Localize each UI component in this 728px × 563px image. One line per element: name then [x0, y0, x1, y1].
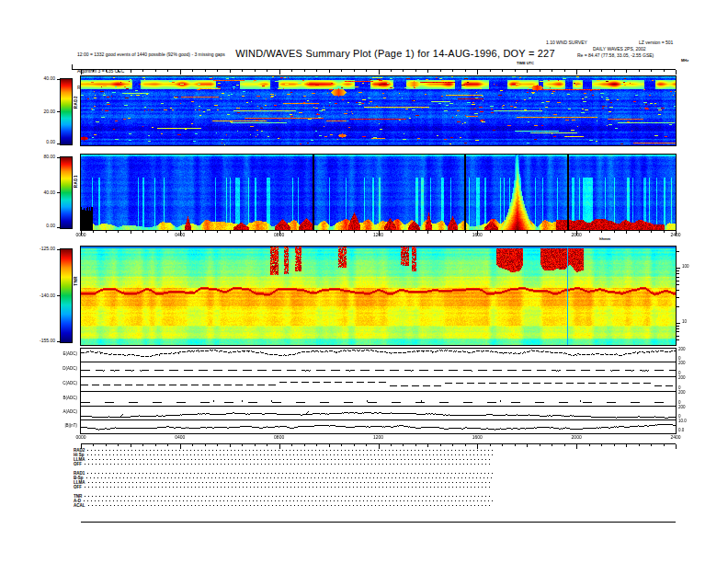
mid-axis-tick — [651, 231, 652, 233]
top-axis-tick — [626, 70, 627, 73]
bottom-axis-tick — [230, 444, 231, 447]
time-label-mid: 2400 — [670, 233, 680, 237]
legend-dots — [88, 505, 494, 506]
top-axis-tick — [676, 70, 677, 75]
top-axis-tick — [192, 70, 193, 72]
bottom-axis-tick — [379, 444, 380, 449]
bottom-axis-tick — [106, 444, 107, 446]
tnr-cb-top: -125.00 — [24, 247, 55, 251]
mid-axis-tick — [391, 231, 392, 233]
mid-axis-tick — [316, 231, 317, 233]
tnr-freq-tick — [677, 336, 679, 337]
bottom-axis-tick — [651, 444, 652, 446]
rad1-cb-mid: 40.00 — [24, 190, 55, 195]
legend-dots — [86, 477, 494, 478]
time-axis-sublabel: hhmm — [599, 236, 610, 241]
line-panel-label: |B|(nT) — [40, 423, 77, 428]
time-label-mid: 2000 — [572, 233, 582, 237]
top-axis-tick — [205, 70, 206, 72]
bottom-axis-tick — [601, 444, 602, 446]
tnr-freq-tick — [677, 290, 679, 291]
top-axis-tick — [490, 70, 491, 72]
cb-tick — [57, 249, 60, 250]
trace-canvas-0 — [81, 349, 676, 362]
legend-row: OFF — [74, 485, 493, 489]
line-panel-stack — [80, 348, 677, 434]
bottom-axis-tick — [81, 444, 82, 449]
bottom-axis-tick — [93, 444, 94, 446]
legend-dots — [88, 482, 494, 483]
tnr-freq-tick — [677, 270, 679, 271]
bottom-axis-tick — [155, 444, 156, 446]
rad2-cb-bottom: 0.00 — [24, 140, 55, 144]
bottom-axis-tick — [341, 444, 342, 446]
line-panel-0 — [81, 349, 676, 362]
top-axis-tick — [316, 70, 317, 72]
status-legend: RAD2Hi SpLLMAOFFRAD1B-SpLLMAOFFTNRA-DACA… — [74, 448, 493, 512]
trace-canvas-5 — [81, 420, 676, 433]
line-panel-right-bottom: 0.0 — [678, 429, 684, 433]
cb-tick — [57, 192, 60, 193]
mid-axis-tick — [540, 231, 540, 233]
line-panel-right-top: 200 — [678, 362, 686, 366]
top-axis-tick — [167, 70, 168, 72]
top-axis-tick — [589, 70, 590, 72]
top-axis-tick — [639, 70, 640, 72]
mid-axis-tick — [403, 231, 404, 233]
line-panel-5 — [81, 420, 676, 433]
time-label-mid: 1600 — [472, 233, 483, 237]
tnr-freq-tick — [677, 331, 679, 332]
cb-tick — [57, 295, 60, 296]
top-axis-tick — [614, 70, 615, 72]
bottom-axis-tick — [564, 444, 565, 446]
time-label-mid: 0400 — [175, 233, 185, 237]
mid-axis-tick — [93, 231, 94, 233]
bottom-axis-tick — [614, 444, 615, 446]
bottom-axis-tick — [316, 444, 317, 446]
legend-dots — [85, 487, 493, 488]
mid-axis-tick — [415, 231, 416, 233]
mid-axis-tick — [564, 231, 565, 233]
top-axis-tick — [601, 70, 602, 72]
top-axis-tick — [329, 70, 330, 73]
top-axis-tick — [527, 70, 528, 73]
tnr-freq-tick — [677, 297, 679, 298]
time-label-bottom: 0000 — [75, 435, 85, 440]
mid-axis-tick — [329, 231, 330, 234]
legend-dots — [87, 454, 493, 455]
line-panel-label: D(ADC) — [40, 366, 77, 371]
cb-tick — [57, 144, 60, 144]
mid-axis-tick — [614, 231, 615, 233]
bottom-axis-tick — [354, 444, 355, 446]
time-label-bottom: 1200 — [373, 435, 383, 440]
top-axis-line — [72, 69, 676, 70]
bottom-axis-tick — [676, 444, 677, 449]
cb-tick — [57, 79, 60, 80]
top-axis-tick — [304, 70, 305, 72]
tnr-panel-label: TNR — [74, 276, 78, 286]
mid-axis-tick — [626, 231, 627, 234]
bottom-axis-tick — [366, 444, 367, 446]
bottom-axis-tick — [118, 444, 119, 446]
legend-group-2: TNRA-DACAL — [74, 494, 493, 508]
top-axis-tick — [576, 70, 577, 75]
mid-axis-tick — [452, 231, 453, 233]
bottom-axis-tick — [167, 444, 168, 446]
bottom-axis-tick — [131, 444, 131, 447]
bottom-axis-tick — [576, 444, 577, 449]
bottom-axis-tick — [142, 444, 143, 446]
bottom-axis-tick — [589, 444, 590, 446]
line-panel-label: E(ADC) — [40, 351, 77, 356]
legend-label: ACAL — [74, 503, 85, 508]
rad2-cb-top: 40.00 — [24, 76, 55, 81]
time-label-mid: 0800 — [274, 233, 284, 237]
mid-axis-tick — [664, 231, 665, 233]
top-axis-tick — [465, 70, 466, 72]
bottom-axis-tick — [502, 444, 503, 446]
mid-axis-tick — [242, 231, 243, 233]
rad2-panel-label: RAD2 — [74, 96, 78, 109]
top-axis-tick — [155, 70, 156, 72]
bottom-axis-tick — [267, 444, 267, 446]
line-panel-label: C(ADC) — [40, 381, 77, 385]
mid-axis-tick — [230, 231, 231, 234]
